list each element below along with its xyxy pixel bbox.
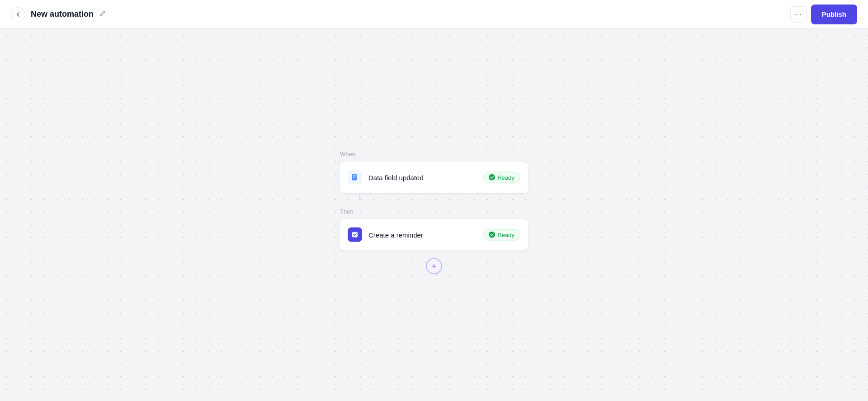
connector-line xyxy=(359,194,360,201)
automation-flow: When Data field updated Ready xyxy=(339,151,529,275)
add-step-button[interactable]: + xyxy=(426,258,442,275)
add-step-wrapper: + xyxy=(339,258,529,275)
page-title: New automation xyxy=(31,9,94,19)
publish-button[interactable]: Publish xyxy=(811,5,857,24)
edit-icon[interactable] xyxy=(99,10,106,19)
back-button[interactable] xyxy=(11,7,25,22)
header: New automation ··· Publish xyxy=(0,0,868,29)
more-icon: ··· xyxy=(795,10,802,19)
canvas: When Data field updated Ready xyxy=(0,29,868,401)
trigger-card-icon xyxy=(348,170,362,185)
header-left: New automation xyxy=(11,7,106,22)
action-card[interactable]: Create a reminder Ready xyxy=(339,219,529,251)
svg-rect-0 xyxy=(352,174,357,181)
plus-icon: + xyxy=(432,261,437,271)
svg-rect-3 xyxy=(353,178,355,178)
trigger-card-label: Data field updated xyxy=(368,173,476,181)
then-label: Then xyxy=(340,208,529,215)
action-card-icon xyxy=(348,228,362,242)
svg-point-4 xyxy=(489,174,495,181)
more-options-button[interactable]: ··· xyxy=(790,6,807,23)
svg-rect-1 xyxy=(353,176,356,176)
action-status-text: Ready xyxy=(497,231,514,238)
action-card-label: Create a reminder xyxy=(368,231,476,238)
when-label: When xyxy=(340,151,355,158)
svg-point-6 xyxy=(489,232,495,238)
svg-rect-2 xyxy=(353,177,356,177)
then-section: Then Create a reminder Ready xyxy=(339,201,529,251)
trigger-status-text: Ready xyxy=(497,174,514,181)
header-right: ··· Publish xyxy=(790,5,857,24)
action-status-badge: Ready xyxy=(483,229,520,240)
trigger-card[interactable]: Data field updated Ready xyxy=(339,161,529,194)
trigger-status-badge: Ready xyxy=(483,172,520,183)
